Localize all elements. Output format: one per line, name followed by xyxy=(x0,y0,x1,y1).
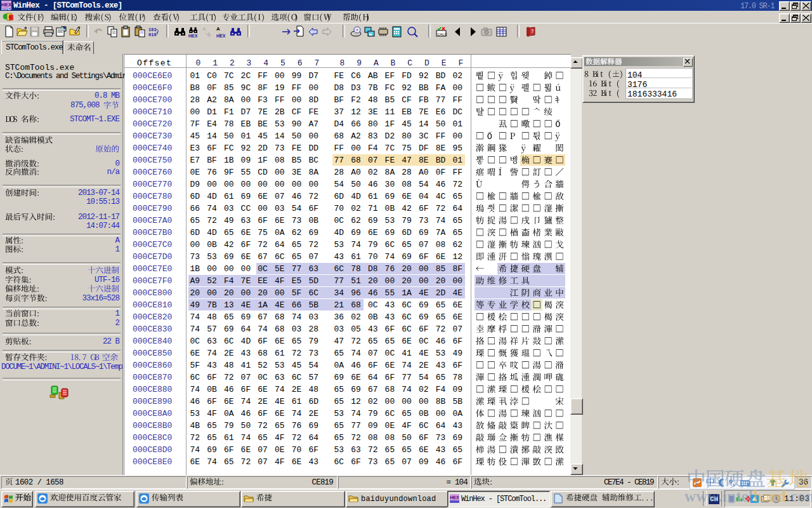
svg-text:HEX: HEX xyxy=(450,495,459,500)
svg-text:101: 101 xyxy=(148,27,157,32)
svg-text:WINHEX: WINHEX xyxy=(1,8,11,10)
svg-text:010: 010 xyxy=(148,32,157,37)
svg-text:?: ? xyxy=(531,28,534,34)
svg-text:CALC: CALC xyxy=(437,32,448,36)
svg-text:A: A xyxy=(216,26,220,32)
svg-text:A: A xyxy=(202,26,206,32)
svg-text:HEX: HEX xyxy=(1,2,11,8)
svg-text:HEX: HEX xyxy=(216,34,226,38)
svg-text:HEX: HEX xyxy=(188,34,198,38)
